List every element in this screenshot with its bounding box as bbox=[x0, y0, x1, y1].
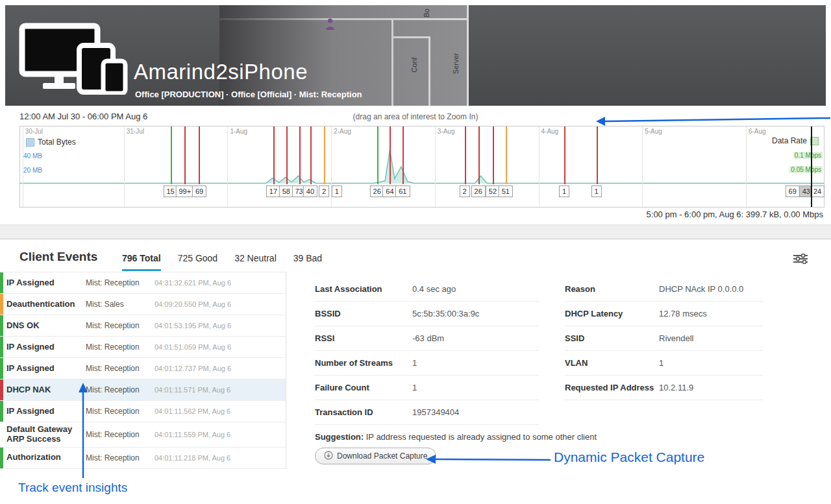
timeline-chart[interactable]: Total Bytes 40 MB 20 MB Data Rate 0.1 Mb… bbox=[19, 126, 825, 208]
event-marker-neutral[interactable] bbox=[506, 126, 507, 184]
event-row[interactable]: IP AssignedMist: Reception04:31:32.621 P… bbox=[0, 272, 286, 294]
selection-summary: 5:00 pm - 6:00 pm, Aug 6: 399.7 kB, 0.00… bbox=[647, 210, 823, 219]
download-icon bbox=[324, 451, 333, 462]
detail-row: BSSID5c:5b:35:00:3a:9c bbox=[315, 302, 539, 326]
detail-row: DHCP Latency12.78 msecs bbox=[565, 302, 763, 326]
time-cursor[interactable] bbox=[811, 126, 812, 207]
event-row[interactable]: IP AssignedMist: Reception04:01:51.059 P… bbox=[0, 337, 286, 358]
event-count-badge[interactable]: 24 bbox=[810, 186, 825, 197]
event-marker-bad[interactable] bbox=[299, 126, 301, 184]
detail-value: Rivendell bbox=[659, 333, 693, 343]
event-row[interactable]: IP AssignedMist: Reception04:01:12.737 P… bbox=[0, 358, 286, 379]
detail-row: ReasonDHCP NAck IP 0.0.0.0 bbox=[565, 277, 763, 302]
event-type: IP Assigned bbox=[6, 404, 86, 419]
detail-row: Number of Streams1 bbox=[315, 351, 539, 376]
event-count-badge[interactable]: 2 bbox=[460, 186, 470, 197]
event-time: 04:01:11.562 PM, Aug 6 bbox=[155, 407, 230, 415]
event-marker-bad[interactable] bbox=[597, 126, 598, 184]
event-count-badge[interactable]: 51 bbox=[499, 186, 513, 197]
severity-strip bbox=[0, 448, 3, 468]
event-ap: Mist: Reception bbox=[86, 453, 155, 462]
event-count-badge[interactable]: 69 bbox=[192, 186, 206, 197]
event-row[interactable]: AuthorizationMist: Reception04:01:11.218… bbox=[0, 448, 286, 469]
severity-strip bbox=[0, 401, 3, 422]
event-type: DNS OK bbox=[6, 318, 86, 333]
day-label: 6-Aug bbox=[749, 128, 766, 135]
detail-row: VLAN1 bbox=[565, 351, 763, 376]
day-label: 1-Aug bbox=[230, 128, 247, 135]
event-count-badge[interactable]: 40 bbox=[303, 186, 317, 197]
severity-strip bbox=[0, 358, 3, 379]
event-marker-good[interactable] bbox=[377, 126, 378, 184]
event-marker-bad[interactable] bbox=[465, 126, 466, 184]
severity-strip bbox=[0, 272, 3, 293]
detail-label: SSID bbox=[565, 333, 659, 343]
event-count-badge[interactable]: 1 bbox=[559, 186, 569, 197]
day-label: 30-Jul bbox=[25, 128, 43, 135]
client-events-section: Client Events 796 Total725 Good32 Neutra… bbox=[0, 239, 831, 504]
event-marker-bad[interactable] bbox=[273, 126, 275, 184]
detail-label: Transaction ID bbox=[315, 407, 412, 417]
event-marker-bad[interactable] bbox=[564, 126, 565, 184]
total-bytes-label: Total Bytes bbox=[38, 138, 76, 147]
tab-39-bad[interactable]: 39 Bad bbox=[293, 253, 322, 271]
y-axis-tick-20mb: 20 MB bbox=[23, 167, 42, 174]
total-bytes-swatch bbox=[26, 138, 34, 147]
severity-strip bbox=[0, 379, 3, 400]
event-count-badge[interactable]: 2 bbox=[319, 186, 329, 197]
event-marker-bad[interactable] bbox=[199, 126, 200, 184]
event-row[interactable]: DeauthenticationMist: Sales04:09:20.550 … bbox=[0, 294, 286, 315]
tab-725-good[interactable]: 725 Good bbox=[178, 253, 218, 271]
day-gridline bbox=[23, 126, 23, 207]
events-tabs: 796 Total725 Good32 Neutral39 Bad bbox=[122, 253, 322, 271]
event-count-badge[interactable]: 99+ bbox=[175, 186, 194, 197]
detail-value: 1 bbox=[659, 358, 664, 368]
event-details-right: ReasonDHCP NAck IP 0.0.0.0DHCP Latency12… bbox=[565, 277, 763, 400]
event-time: 04:09:20.550 PM, Aug 6 bbox=[155, 300, 231, 308]
event-row[interactable]: DHCP NAKMist: Reception04:01:11.571 PM, … bbox=[0, 379, 286, 401]
event-marker-bad[interactable] bbox=[184, 126, 186, 184]
event-count-badge[interactable]: 1 bbox=[332, 186, 342, 197]
event-marker-bad[interactable] bbox=[286, 126, 288, 184]
event-time: 04:31:32.621 PM, Aug 6 bbox=[155, 279, 231, 287]
event-marker-bad[interactable] bbox=[493, 126, 494, 184]
detail-label: DHCP Latency bbox=[565, 309, 659, 318]
event-row[interactable]: Default Gateway ARP SuccessMist: Recepti… bbox=[0, 422, 286, 448]
day-gridline bbox=[746, 126, 747, 207]
detail-value: 1 bbox=[412, 358, 417, 368]
day-label: 4-Aug bbox=[541, 128, 559, 135]
tab-796-total[interactable]: 796 Total bbox=[122, 253, 161, 271]
event-type: Authorization bbox=[6, 450, 86, 465]
y-axis-tick-005mbps: 0.05 Mbps bbox=[789, 166, 823, 173]
event-time: 04:01:51.059 PM, Aug 6 bbox=[155, 343, 231, 351]
event-type: IP Assigned bbox=[6, 276, 86, 291]
day-label: 3-Aug bbox=[438, 128, 455, 135]
client-header: Bo Conf Server Amarind2siPhone Office [P… bbox=[5, 5, 826, 106]
annotation-track-event-insights: Track event insights bbox=[18, 481, 127, 495]
event-ap: Mist: Reception bbox=[86, 364, 155, 373]
event-marker-bad[interactable] bbox=[478, 126, 480, 184]
suggestion-text: Suggestion: IP address requested is alre… bbox=[315, 432, 597, 442]
tab-32-neutral[interactable]: 32 Neutral bbox=[234, 253, 277, 271]
event-marker-bad[interactable] bbox=[390, 126, 391, 184]
event-count-badge[interactable]: 61 bbox=[395, 186, 410, 197]
event-count-badge[interactable]: 1 bbox=[591, 186, 602, 197]
event-marker-good[interactable] bbox=[171, 126, 172, 184]
total-bytes-legend: Total Bytes bbox=[26, 138, 76, 147]
filter-icon[interactable] bbox=[793, 254, 808, 267]
event-row[interactable]: DNS OKMist: Reception04:01:53.195 PM, Au… bbox=[0, 315, 286, 337]
event-row[interactable]: IP AssignedMist: Reception04:01:11.562 P… bbox=[0, 401, 286, 422]
event-type: Deauthentication bbox=[6, 297, 86, 312]
event-marker-bad[interactable] bbox=[403, 126, 404, 184]
client-insights-page: Bo Conf Server Amarind2siPhone Office [P… bbox=[0, 0, 831, 504]
event-count-badge[interactable]: 69 bbox=[786, 186, 800, 197]
devices-icon bbox=[18, 22, 129, 97]
download-packet-capture-button[interactable]: Download Packet Capture bbox=[315, 448, 436, 464]
event-count-badge[interactable]: 26 bbox=[471, 186, 486, 197]
page-title: Amarind2siPhone bbox=[134, 60, 308, 84]
event-type: IP Assigned bbox=[6, 361, 86, 376]
page-subtitle: Office [PRODUCTION] · Office [Official] … bbox=[135, 90, 362, 99]
y-axis-tick-01mbps: 0.1 Mbps bbox=[793, 152, 823, 159]
event-marker-bad[interactable] bbox=[310, 126, 312, 184]
event-marker-neutral[interactable] bbox=[324, 126, 325, 184]
